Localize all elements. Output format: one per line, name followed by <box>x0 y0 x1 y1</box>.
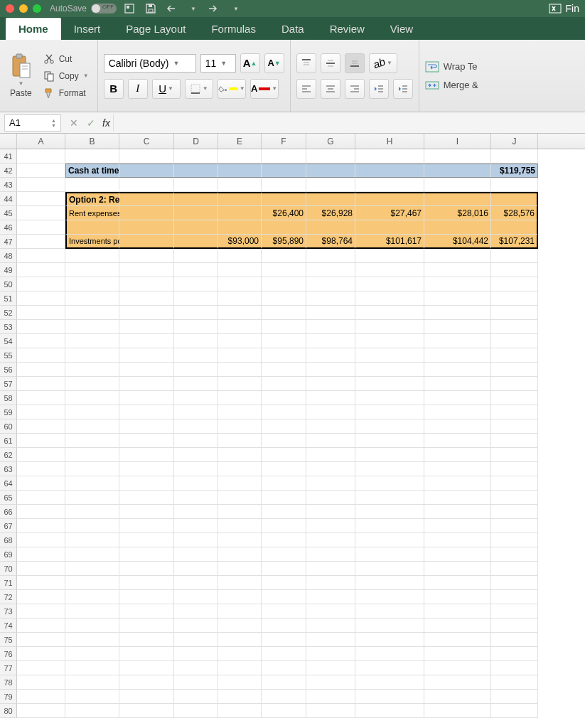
row-header[interactable]: 46 <box>0 220 17 235</box>
cell[interactable] <box>218 462 262 476</box>
cell[interactable] <box>119 249 174 263</box>
cell[interactable] <box>17 633 65 647</box>
cell[interactable] <box>65 291 119 306</box>
cell[interactable] <box>119 192 174 206</box>
cell[interactable]: $98,764 <box>306 235 355 249</box>
cell[interactable] <box>65 690 119 704</box>
cell[interactable] <box>174 164 218 178</box>
cell[interactable] <box>174 249 218 263</box>
cell[interactable] <box>119 576 174 590</box>
cell[interactable] <box>355 220 424 235</box>
enter-formula-button[interactable]: ✓ <box>82 114 100 132</box>
cell[interactable] <box>306 348 355 363</box>
col-header[interactable]: B <box>65 134 119 149</box>
cell[interactable] <box>17 619 65 633</box>
cell[interactable] <box>424 690 491 704</box>
cell[interactable] <box>306 377 355 391</box>
cell[interactable] <box>65 675 119 690</box>
cell[interactable] <box>262 491 306 505</box>
cell[interactable] <box>306 690 355 704</box>
font-size-select[interactable]: 11▼ <box>200 54 236 73</box>
cell[interactable] <box>17 434 65 448</box>
cell[interactable] <box>65 348 119 363</box>
orientation-button[interactable]: ab▼ <box>369 53 397 73</box>
cell[interactable] <box>355 320 424 334</box>
cell[interactable] <box>119 277 174 291</box>
cell[interactable] <box>424 533 491 547</box>
cell[interactable] <box>218 348 262 363</box>
save-icon[interactable] <box>145 3 156 14</box>
cell[interactable] <box>262 576 306 590</box>
cell[interactable] <box>65 363 119 377</box>
cell[interactable] <box>306 704 355 718</box>
cell[interactable] <box>262 661 306 675</box>
cell[interactable] <box>174 434 218 448</box>
bold-button[interactable]: B <box>104 79 124 99</box>
cell[interactable] <box>355 533 424 547</box>
cell[interactable] <box>218 647 262 661</box>
cell[interactable] <box>424 391 491 405</box>
cell[interactable] <box>491 604 538 619</box>
cell[interactable] <box>17 491 65 505</box>
cell[interactable] <box>262 547 306 562</box>
cell[interactable] <box>218 476 262 491</box>
cell[interactable] <box>306 519 355 533</box>
cell[interactable] <box>306 462 355 476</box>
cell[interactable] <box>262 348 306 363</box>
cell[interactable] <box>218 334 262 348</box>
cell[interactable] <box>491 448 538 462</box>
cell[interactable] <box>119 434 174 448</box>
zoom-window-button[interactable] <box>33 4 41 13</box>
cell[interactable] <box>491 476 538 491</box>
cell[interactable] <box>491 348 538 363</box>
cell[interactable] <box>262 647 306 661</box>
cell[interactable] <box>17 348 65 363</box>
cell[interactable] <box>218 619 262 633</box>
cell[interactable] <box>119 405 174 419</box>
cell[interactable] <box>355 562 424 576</box>
row-header[interactable]: 70 <box>0 562 17 576</box>
row-header[interactable]: 74 <box>0 619 17 633</box>
cell[interactable] <box>355 604 424 619</box>
cell[interactable] <box>491 576 538 590</box>
cell[interactable] <box>119 206 174 220</box>
row-header[interactable]: 60 <box>0 419 17 434</box>
cell[interactable] <box>65 263 119 277</box>
cut-button[interactable]: Cut <box>41 52 92 66</box>
cell[interactable] <box>174 519 218 533</box>
row-header[interactable]: 61 <box>0 434 17 448</box>
cell[interactable] <box>119 235 174 249</box>
cell[interactable] <box>491 491 538 505</box>
cell[interactable] <box>262 604 306 619</box>
cell[interactable] <box>119 675 174 690</box>
row-header[interactable]: 73 <box>0 604 17 619</box>
cell[interactable] <box>424 562 491 576</box>
cell[interactable] <box>17 306 65 320</box>
cell[interactable] <box>491 619 538 633</box>
cell[interactable] <box>262 178 306 192</box>
cell[interactable] <box>174 263 218 277</box>
row-header[interactable]: 57 <box>0 377 17 391</box>
cell[interactable] <box>17 448 65 462</box>
cell[interactable] <box>119 178 174 192</box>
col-header[interactable]: C <box>119 134 174 149</box>
cell[interactable] <box>65 619 119 633</box>
cell[interactable] <box>306 661 355 675</box>
cell[interactable] <box>355 448 424 462</box>
row-header[interactable]: 79 <box>0 690 17 704</box>
cell[interactable] <box>218 505 262 519</box>
col-header[interactable]: I <box>424 134 491 149</box>
cell[interactable] <box>491 263 538 277</box>
font-color-button[interactable]: A▼ <box>250 79 279 99</box>
cell[interactable] <box>262 704 306 718</box>
cell[interactable] <box>262 306 306 320</box>
cell[interactable] <box>174 235 218 249</box>
cell[interactable] <box>306 291 355 306</box>
cell[interactable] <box>306 419 355 434</box>
cell[interactable] <box>262 277 306 291</box>
cell[interactable] <box>355 377 424 391</box>
cell[interactable] <box>424 220 491 235</box>
cell[interactable] <box>174 405 218 419</box>
cell[interactable] <box>491 220 538 235</box>
cell[interactable] <box>424 434 491 448</box>
